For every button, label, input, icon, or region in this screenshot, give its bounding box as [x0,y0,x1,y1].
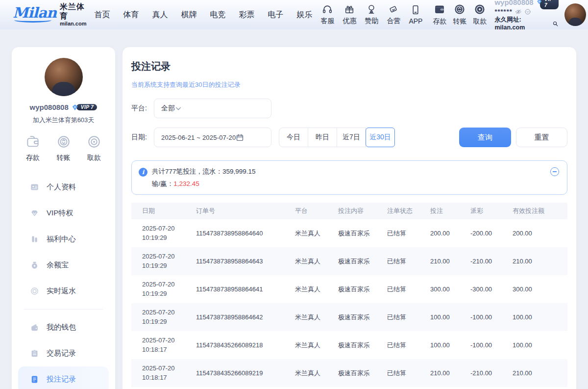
nav-item-chess[interactable]: 棋牌 [181,10,196,20]
deposit-wallet-icon [434,3,445,15]
user-info-block: wyp080808 VIP 7 ****** 永久网址: milan.com [494,0,559,31]
platform-filter-row: 平台: 全部 [131,99,567,118]
date-range-input[interactable]: 2025-06-21 ~ 2025-07-20 [154,128,271,147]
cell-date: 2025-07-2010:18:17 [142,336,196,355]
page-subtitle: 当前系统支持查询最近30日的投注记录 [131,80,567,89]
sidebar-deposit-button[interactable]: 存款 [25,134,40,162]
site-logo[interactable]: Milan 米兰体育 milan.com [13,2,86,26]
menu-vip-privileges[interactable]: VIP特权 [18,200,109,226]
logo-domain-text: milan.com [60,21,86,27]
eye-off-icon[interactable] [515,8,522,15]
platform-select[interactable]: 全部 [154,99,271,118]
vip-gem-icon [71,104,79,111]
cell-bet: 100.00 [430,341,470,349]
query-button[interactable]: 查询 [459,128,511,147]
withdraw-button[interactable]: 取款 [473,3,487,26]
chevron-circle-icon[interactable] [524,8,531,15]
cell-status: 已结算 [387,229,430,238]
date-range-value: 2025-06-21 ~ 2025-07-20 [161,134,236,141]
page-title: 投注记录 [131,60,567,73]
cell-content: 极速百家乐 [338,369,387,378]
phone-icon [410,4,421,15]
cell-valid: 210.00 [513,369,567,377]
document-icon [30,375,39,384]
platform-label: 平台: [131,104,154,113]
cell-date: 2025-07-2010:19:29 [142,224,196,243]
partner-icon [388,4,399,15]
cell-content: 极速百家乐 [338,229,387,238]
promotions-button[interactable]: 优惠 [343,4,356,26]
welfare-icon [30,234,39,244]
nav-item-lottery[interactable]: 彩票 [239,10,254,20]
headset-icon [322,4,333,15]
partnership-button[interactable]: 合营 [387,4,400,26]
cell-date: 2025-07-2010:19:29 [142,308,196,327]
profile-avatar[interactable] [45,58,83,96]
reset-button[interactable]: 重置 [516,128,567,147]
cell-bet: 210.00 [430,258,470,265]
user-avatar[interactable] [564,3,586,26]
sponsorship-button[interactable]: 赞助 [365,4,378,26]
date-filter-row: 日期: 2025-06-21 ~ 2025-07-20 今日 昨日 近7日 近3… [131,128,567,147]
vip-badge: VIP 7 [536,0,559,6]
withdraw-icon [474,3,486,15]
app-download-button[interactable]: APP [409,4,422,25]
table-header-row: 日期 订单号 平台 投注内容 注单状态 投注 派彩 有效投注额 [131,203,567,219]
sidebar-transfer-button[interactable]: 转账 [56,134,71,162]
main-panel: 投注记录 当前系统支持查询最近30日的投注记录 平台: 全部 日期: 2025-… [122,47,576,389]
quick-date-today-button[interactable]: 今日 [279,128,308,147]
menu-bet-records[interactable]: 投注记录 [18,366,109,389]
customer-service-button[interactable]: 客服 [320,4,334,26]
gift-icon [344,4,355,15]
calendar-icon [236,133,244,142]
cell-status: 已结算 [387,285,430,294]
table-row: 2025-07-2010:18:17 1154738435266089218 米… [131,331,567,359]
withdraw-icon [87,134,101,149]
transfer-button[interactable]: 转账 [453,3,466,26]
menu-welfare-center[interactable]: 福利中心 [18,226,109,252]
transfer-icon [454,3,466,15]
nav-item-entertainment[interactable]: 娱乐 [296,10,312,20]
cell-bet: 200.00 [430,230,470,237]
deposit-icon [25,134,40,149]
username-text: wyp080808 [494,0,533,7]
menu-transaction-records[interactable]: 交易记录 [18,340,109,366]
cell-content: 极速百家乐 [338,257,387,266]
profile-vip-level-text: VIP 7 [76,104,98,110]
menu-profile[interactable]: 个人资料 [18,174,109,200]
nav-item-esports[interactable]: 电竞 [210,10,225,20]
menu-my-wallet[interactable]: 我的钱包 [18,314,109,340]
magnifier-icon[interactable] [552,21,559,27]
quick-date-last30-button[interactable]: 近30日 [366,128,395,147]
permanent-url-text: 永久网址: milan.com [494,16,551,31]
cell-status: 已结算 [387,257,430,266]
nav-item-slots[interactable]: 电子 [268,10,283,20]
deposit-button[interactable]: 存款 [433,3,446,26]
nav-item-home[interactable]: 首页 [94,10,110,20]
cell-order: 1154738435266089218 [196,341,295,349]
cell-platform: 米兰真人 [295,285,338,294]
table-row: 2025-07-2010:18:17 1154738435266089219 米… [131,359,567,387]
sidebar-withdraw-button[interactable]: 取款 [87,134,101,162]
nav-item-live-casino[interactable]: 真人 [152,10,168,20]
table-row: 2025-07-2010:19:29 1154738738958864643 米… [131,247,567,275]
chevron-down-icon [175,105,182,112]
cell-bet: 210.00 [430,369,470,377]
cell-platform: 米兰真人 [295,257,338,266]
cell-bet: 100.00 [430,313,470,321]
nav-item-sports[interactable]: 体育 [123,10,139,20]
quick-date-last7-button[interactable]: 近7日 [337,128,366,147]
platform-selected-value: 全部 [161,104,175,113]
cell-platform: 米兰真人 [295,341,338,350]
cell-payout: -200.00 [470,230,513,237]
cell-valid: 300.00 [513,285,567,293]
id-card-icon [30,182,39,192]
logo-script-text: Milan [13,6,56,23]
menu-yuebao[interactable]: 余额宝 [18,252,109,278]
collapse-icon[interactable] [550,167,559,176]
cell-content: 极速百家乐 [338,341,387,350]
menu-realtime-rebate[interactable]: 实时返水 [18,278,109,304]
quick-date-group: 今日 昨日 近7日 近30日 [279,128,395,147]
quick-date-yesterday-button[interactable]: 昨日 [308,128,337,147]
vip-gem-icon [536,0,542,6]
